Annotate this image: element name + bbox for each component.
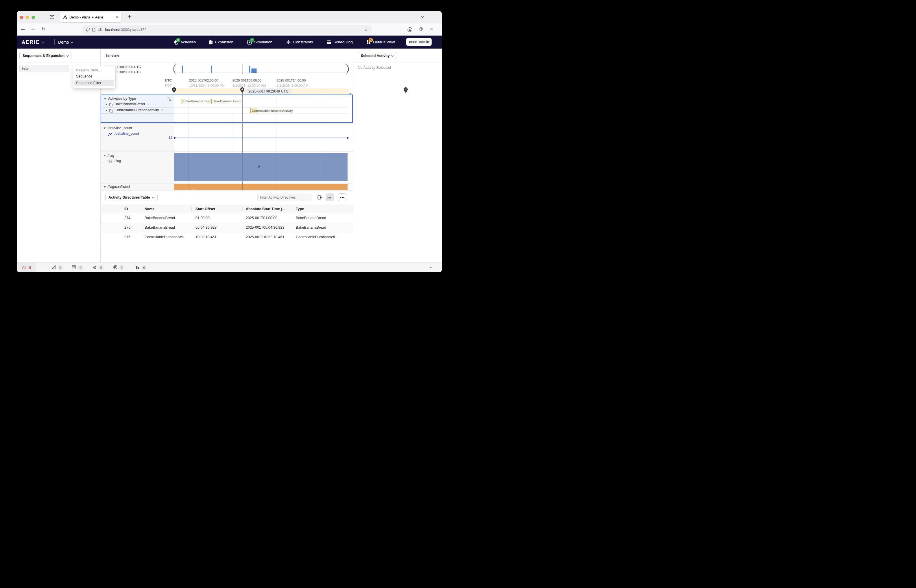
- all-count: 9: [29, 265, 31, 270]
- minimize-window-button[interactable]: [26, 16, 29, 19]
- column-header-type[interactable]: Type: [296, 207, 304, 211]
- expand-caret-icon[interactable]: [106, 109, 107, 111]
- row-plot-area[interactable]: [174, 184, 348, 190]
- drag-handle[interactable]: [103, 164, 103, 165]
- status-counter-constraints[interactable]: 0: [52, 262, 63, 272]
- expand-caret-icon[interactable]: [106, 103, 107, 105]
- filter-activities-icon[interactable]: [167, 97, 171, 102]
- collapse-caret-icon[interactable]: [103, 128, 106, 129]
- column-header-name[interactable]: Name: [145, 207, 154, 211]
- navbar-divider: [54, 39, 55, 45]
- activity-type-row[interactable]: ControllableDurationActivity1: [115, 108, 164, 112]
- tab-list-chevron-icon[interactable]: [421, 15, 424, 18]
- activity-type-row[interactable]: BakeBananaBread2: [115, 102, 150, 106]
- column-header-id[interactable]: ID: [124, 207, 128, 211]
- bookmark-star-icon[interactable]: ☆: [364, 27, 368, 32]
- fit-columns-button[interactable]: [326, 194, 334, 201]
- status-counter-scheduling[interactable]: 0: [72, 262, 83, 272]
- left-panel-selector[interactable]: Sequences & Expansion: [19, 52, 71, 59]
- row-plot-area[interactable]: BakeBananaBread BakeBananaBread Controll…: [174, 95, 348, 122]
- collapse-caret-icon[interactable]: [103, 186, 106, 187]
- row-group-title: /flag/conflicted: [108, 185, 130, 189]
- close-window-button[interactable]: [20, 16, 23, 19]
- row-plot-area[interactable]: [174, 124, 348, 150]
- reload-button[interactable]: ↻: [42, 26, 45, 32]
- x-range-layer-icon: [108, 159, 113, 165]
- activities-icon: 0: [173, 40, 178, 45]
- table-row[interactable]: 276 ControllableDurationActi... 10:32:18…: [101, 233, 353, 242]
- panel-resize-handle[interactable]: [187, 189, 195, 191]
- layer-legend[interactable]: /flag: [115, 159, 121, 163]
- row-plot-area[interactable]: A: [174, 152, 348, 183]
- row-group-title: /flag: [108, 153, 114, 158]
- sim-cursor-pin-icon[interactable]: [240, 87, 244, 94]
- all-errors-tab[interactable]: All 9: [17, 262, 36, 272]
- maximize-window-button[interactable]: [32, 16, 35, 19]
- line-endpoint-marker: [174, 137, 176, 139]
- timeline-minimap[interactable]: [174, 64, 348, 74]
- no-activity-message: No Activity Selected: [358, 65, 391, 69]
- nav-item-constraints[interactable]: Constraints: [286, 36, 313, 48]
- row-group-title: /data/line_count: [108, 126, 132, 130]
- status-counter-simulation[interactable]: ⚙ 0: [93, 262, 103, 272]
- tab-close-icon[interactable]: ✕: [116, 15, 118, 19]
- collapse-caret-icon[interactable]: [104, 98, 107, 99]
- panel-toggle-button[interactable]: [316, 194, 323, 201]
- shield-icon[interactable]: [86, 27, 90, 32]
- drag-handle[interactable]: [103, 136, 103, 136]
- activity-bar[interactable]: [182, 99, 183, 104]
- line-count-series: [174, 137, 348, 138]
- conflicted-state-band[interactable]: [174, 184, 347, 190]
- new-tab-button[interactable]: +: [127, 13, 132, 19]
- nav-item-simulation[interactable]: ✓ Simulation: [247, 36, 272, 48]
- extensions-puzzle-icon[interactable]: [419, 27, 423, 33]
- minimap-right-handle[interactable]: [347, 66, 349, 72]
- menu-hamburger-icon[interactable]: ≡: [430, 26, 433, 32]
- nav-item-default-view[interactable]: ✎ Default View: [367, 36, 395, 48]
- user-menu-button[interactable]: aerie_admin: [406, 38, 432, 46]
- forward-button[interactable]: →: [31, 26, 35, 32]
- nav-item-scheduling[interactable]: Scheduling: [327, 36, 353, 48]
- row-group-flag-conflicted[interactable]: /flag/conflicted: [101, 184, 353, 190]
- permissions-icon[interactable]: [98, 28, 102, 31]
- right-panel-selector[interactable]: Selected Activity: [358, 52, 397, 59]
- aerie-app-menu[interactable]: AERIE ✦: [22, 36, 44, 48]
- browser-tab[interactable]: Demo - Plans ✦ Aerie ✕: [60, 13, 121, 22]
- flag-state-band[interactable]: [174, 153, 347, 181]
- layer-legend[interactable]: /data/line_count: [115, 131, 139, 136]
- bottom-panel-selector[interactable]: Activity Directives Table: [105, 194, 158, 201]
- address-bar[interactable]: localhost:3000/plans/159 ☆: [82, 25, 372, 34]
- filter-directives-input[interactable]: [257, 194, 312, 201]
- axis-tick-utc: 2025-001T02:00:00: [189, 79, 218, 82]
- menu-item-sequence[interactable]: Sequence: [74, 73, 114, 79]
- column-header-abs-start[interactable]: Absolute Start Time (...: [246, 207, 285, 211]
- status-counter-expansion[interactable]: 0: [136, 262, 147, 272]
- status-counter-activities[interactable]: 0: [113, 262, 124, 272]
- table-row[interactable]: 275 BakeBananaBread 05:04:36.923 2025-00…: [101, 223, 353, 233]
- sim-end-pin-icon[interactable]: [404, 87, 408, 94]
- plan-breadcrumb[interactable]: Demo: [58, 36, 73, 48]
- minimap-left-handle[interactable]: [173, 66, 175, 72]
- tab-overview-icon[interactable]: [50, 15, 54, 20]
- nav-item-activities[interactable]: 0 Activities: [173, 36, 196, 48]
- column-header-start-offset[interactable]: Start Offset: [195, 207, 215, 211]
- collapse-caret-icon[interactable]: [103, 155, 106, 157]
- table-row[interactable]: 274 BakeBananaBread 01:00:00 2025-001T01…: [101, 213, 353, 223]
- activity-bar[interactable]: [211, 99, 212, 104]
- activity-bar[interactable]: [250, 108, 251, 113]
- menu-item-sequence-filter[interactable]: Sequence Filter: [74, 80, 114, 86]
- row-group-activities[interactable]: Activities by Type BakeBananaBread2 Cont…: [101, 95, 353, 123]
- table-menu-button[interactable]: •••: [338, 194, 347, 201]
- page-info-icon[interactable]: [92, 28, 95, 32]
- nav-item-expansion[interactable]: Expansion: [209, 36, 233, 48]
- row-group-flag[interactable]: /flag /flag A: [101, 152, 353, 183]
- activity-bar-label: BakeBananaBread: [183, 99, 212, 103]
- account-icon[interactable]: [407, 27, 412, 33]
- back-button[interactable]: ←: [21, 26, 25, 32]
- sequence-filter-input[interactable]: [19, 65, 68, 72]
- row-group-line-count[interactable]: /data/line_count /data/line_count 12: [101, 124, 353, 150]
- sim-start-pin-icon[interactable]: [172, 87, 176, 94]
- console-expand-chevron-icon[interactable]: [430, 267, 433, 270]
- axis-tick-pdt: 1/1/2025, 12:00:00 AM: [233, 84, 266, 87]
- tab-bar: Demo - Plans ✦ Aerie ✕ +: [17, 11, 442, 24]
